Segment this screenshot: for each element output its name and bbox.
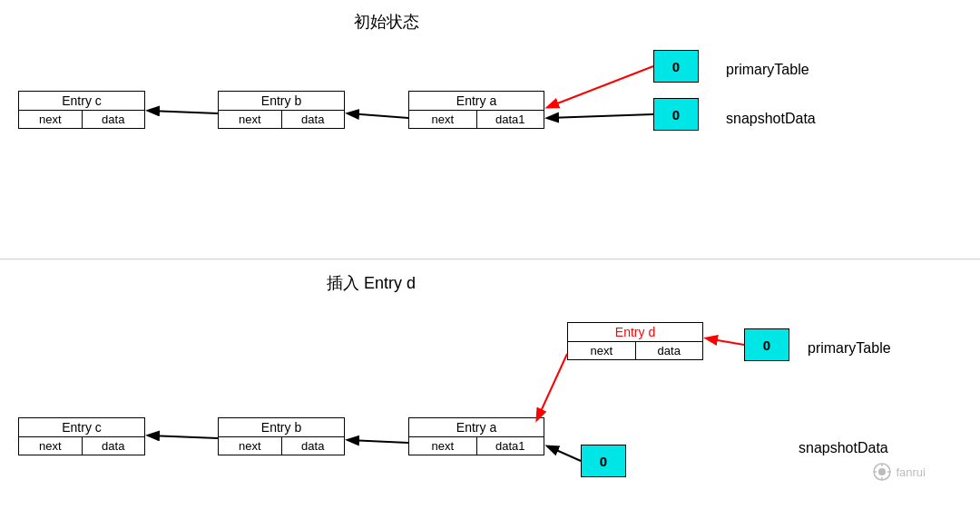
- svg-line-6: [548, 66, 653, 107]
- bottom-entry-b: Entry b next data: [218, 417, 345, 455]
- top-entry-a: Entry a next data1: [408, 91, 544, 129]
- svg-line-9: [149, 111, 218, 113]
- top-primary-label: primaryTable: [726, 62, 809, 78]
- bottom-entry-a: Entry a next data1: [408, 417, 544, 455]
- top-cyan-primary: 0: [653, 50, 699, 83]
- svg-point-1: [878, 468, 886, 475]
- svg-line-8: [348, 113, 408, 118]
- bottom-primary-label: primaryTable: [808, 340, 891, 357]
- top-entry-c: Entry c next data: [18, 91, 145, 129]
- svg-line-7: [548, 114, 653, 118]
- top-entry-b: Entry b next data: [218, 91, 345, 129]
- svg-line-12: [548, 446, 581, 461]
- bottom-snapshot-label: snapshotData: [799, 440, 888, 456]
- bottom-cyan-snapshot: 0: [581, 445, 626, 477]
- svg-line-14: [149, 436, 218, 438]
- diagram-container: 初始状态 primaryTable snapshotData 0 0 Entry…: [0, 0, 980, 509]
- divider: [0, 259, 980, 259]
- top-title: 初始状态: [354, 11, 419, 33]
- watermark: fanrui: [872, 462, 926, 482]
- fanrui-icon: [872, 462, 892, 482]
- top-cyan-snapshot: 0: [653, 98, 699, 131]
- top-snapshot-label: snapshotData: [726, 111, 816, 127]
- bottom-entry-d: Entry d next data: [567, 322, 703, 360]
- bottom-cyan-primary: 0: [744, 328, 789, 361]
- svg-line-11: [537, 354, 567, 419]
- bottom-entry-c: Entry c next data: [18, 417, 145, 455]
- svg-line-13: [348, 440, 408, 443]
- bottom-title: 插入 Entry d: [327, 272, 416, 294]
- svg-line-10: [707, 338, 744, 345]
